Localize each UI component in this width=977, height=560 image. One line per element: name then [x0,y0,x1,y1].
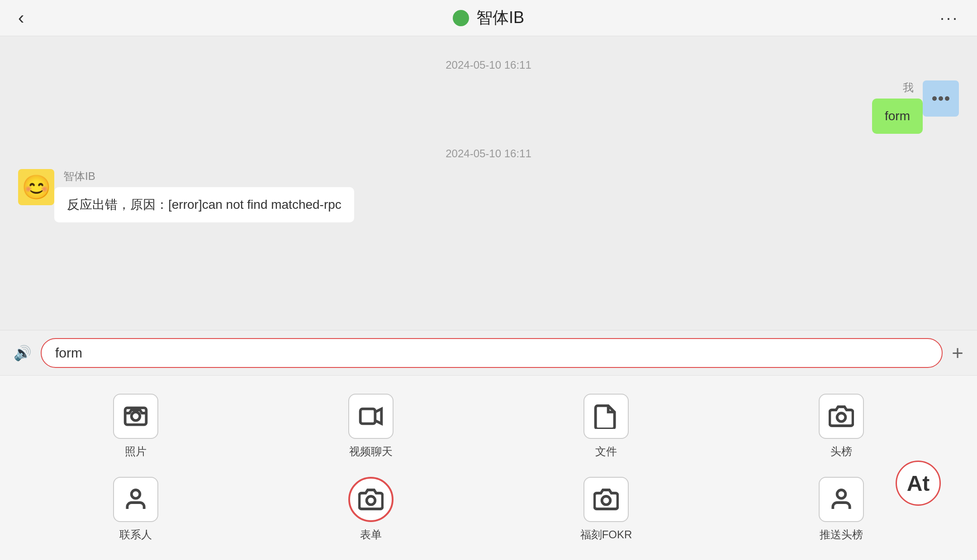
message-row: 我 form [18,80,959,134]
svg-point-6 [602,496,611,505]
svg-point-5 [367,496,375,505]
svg-point-7 [837,490,846,499]
timestamp-1: 2024-05-10 16:11 [18,59,959,71]
push-rank-icon-wrap [819,477,864,522]
chat-title: 智体IB [476,7,524,29]
photo-icon-wrap [113,394,158,439]
message-row-bot: 😊 智体IB 反应出错，原因：[error]can not find match… [18,169,959,222]
photo-icon [123,404,148,429]
toolbar-item-file[interactable]: 文件 [488,385,724,468]
contact-icon-wrap [113,477,158,522]
svg-point-3 [837,413,846,422]
timestamp-2: 2024-05-10 16:11 [18,147,959,160]
fokr-camera-icon [593,487,619,512]
svg-point-4 [132,490,140,499]
toolbar: 照片 视频聊天 文件 头榜 [0,375,977,560]
voice-button[interactable]: 🔊 [14,344,32,362]
bubble-bot: 反应出错，原因：[error]can not find matched-rpc [54,187,354,222]
bot-avatar-icon: 😊 [22,174,51,201]
avatar-icon [932,96,949,101]
push-rank-person-icon [829,487,854,512]
svg-point-1 [132,412,140,421]
video-label: 视频聊天 [349,444,393,459]
camera-icon [829,404,854,429]
toolbar-item-video[interactable]: 视频聊天 [253,385,488,468]
contact-label: 联系人 [119,527,152,542]
avatar-cam-icon-wrap [819,394,864,439]
photo-label: 照片 [125,444,147,459]
toolbar-item-form[interactable]: 表单 [253,468,488,551]
chat-area: 2024-05-10 16:11 我 form 2024-05-10 16:11… [0,36,977,330]
toolbar-item-contact[interactable]: 联系人 [18,468,253,551]
form-camera-icon [358,487,384,512]
avatar-label: 头榜 [830,444,852,459]
at-badge[interactable]: At [896,461,941,506]
bot-avatar: 😊 [18,169,54,205]
push-rank-label: 推送头榜 [820,527,863,542]
file-icon-wrap [583,394,629,439]
header-title-wrap: 智体IB [453,7,524,29]
bubble-self: form [872,99,923,134]
toolbar-item-photo[interactable]: 照片 [18,385,253,468]
status-dot [453,10,469,26]
sender-name-self: 我 [903,80,923,95]
form-icon-wrap [348,477,394,522]
toolbar-item-fokr[interactable]: 福刻FOKR [488,468,724,551]
message-content-self: 我 form [872,80,923,134]
toolbar-item-avatar[interactable]: 头榜 [724,385,959,468]
message-input[interactable] [41,338,943,368]
fokr-label: 福刻FOKR [580,527,632,542]
form-label: 表单 [360,527,382,542]
person-icon [123,487,148,512]
header: ‹ 智体IB ··· [0,0,977,36]
file-icon [593,404,619,429]
video-icon [358,404,384,429]
video-icon-wrap [348,394,394,439]
message-content-bot: 智体IB 反应出错，原因：[error]can not find matched… [54,169,354,222]
file-label: 文件 [595,444,617,459]
add-button[interactable]: + [952,342,963,364]
back-button[interactable]: ‹ [18,8,24,28]
self-avatar [923,80,959,117]
input-area: 🔊 + [0,330,977,375]
fokr-icon-wrap [583,477,629,522]
sender-name-bot: 智体IB [54,169,354,184]
svg-rect-2 [360,409,375,424]
more-button[interactable]: ··· [940,9,959,28]
